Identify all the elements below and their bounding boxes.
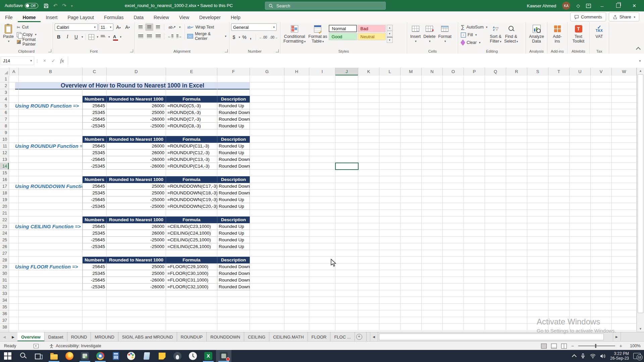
new-sheet-button[interactable]: +: [355, 332, 364, 342]
row-header-5[interactable]: 5: [0, 103, 9, 109]
taskbar-item-calculator[interactable]: [108, 350, 123, 362]
sheet-tab-rounddown[interactable]: ROUNDDOWN: [207, 332, 244, 342]
font-size-select[interactable]: 11▾: [99, 23, 113, 31]
insert-cells-button[interactable]: Insert ▾: [409, 23, 422, 48]
table-3-header-numbers[interactable]: Numbers: [83, 176, 107, 183]
clock[interactable]: 3:22 PM 26-Sep-23: [610, 351, 629, 361]
table-cell[interactable]: 25000: [107, 109, 166, 116]
table-cell[interactable]: 25345: [83, 109, 107, 116]
clipboard-dialog-launcher-icon[interactable]: [48, 49, 51, 52]
sheet-nav-right-icon[interactable]: ▶: [9, 332, 17, 342]
row-header-23[interactable]: 23: [0, 223, 9, 230]
row-header-28[interactable]: 28: [0, 257, 9, 263]
table-cell[interactable]: Rounded Up: [217, 123, 250, 129]
column-header-V[interactable]: V: [591, 68, 612, 75]
table-cell[interactable]: =ROUNDUP(C12,-3): [166, 149, 217, 156]
gallery-down-icon[interactable]: ▾: [387, 31, 393, 37]
gallery-up-icon[interactable]: ▴: [387, 25, 393, 31]
table-3-header-description[interactable]: Description: [217, 176, 250, 183]
tray-overflow-icon[interactable]: [572, 354, 577, 359]
align-right-button[interactable]: [154, 33, 162, 40]
taskbar-item-start[interactable]: [0, 350, 15, 362]
scroll-up-icon[interactable]: ▲: [637, 68, 644, 74]
row-header-36[interactable]: 36: [0, 310, 9, 317]
orientation-button[interactable]: ab↗: [166, 23, 178, 31]
row-header-10[interactable]: 10: [0, 136, 9, 143]
table-cell[interactable]: 25645: [83, 223, 107, 230]
ribbon-display-options-icon[interactable]: [586, 3, 591, 8]
increase-decimal-button[interactable]: ←.00: [259, 34, 268, 41]
table-cell[interactable]: =ROUNDDOWN(C20,-3): [166, 203, 217, 210]
table-cell[interactable]: Rounded Down: [217, 109, 250, 116]
row-header-33[interactable]: 33: [0, 290, 9, 297]
table-cell[interactable]: =ROUNDDOWN(C18,-3): [166, 190, 217, 196]
table-cell[interactable]: Rounded Up: [217, 203, 250, 210]
hscroll-left-icon[interactable]: ◀: [370, 332, 378, 342]
cell-style-bad[interactable]: Bad: [358, 25, 386, 32]
table-cell[interactable]: =FLOOR(C30,1000): [166, 270, 217, 277]
font-color-button[interactable]: A: [111, 33, 119, 41]
column-header-N[interactable]: N: [422, 68, 443, 75]
share-button[interactable]: Share ▾: [609, 12, 639, 21]
column-header-B[interactable]: B: [19, 68, 83, 75]
sheet-title[interactable]: Overview of How to Round to Nearest 1000…: [15, 82, 250, 89]
row-header-14[interactable]: 14: [0, 163, 9, 170]
speaker-icon[interactable]: [600, 354, 606, 359]
table-cell[interactable]: =ROUNDDOWN(C19,-3): [166, 196, 217, 203]
table-cell[interactable]: 26000: [107, 149, 166, 156]
taskbar-item-screenshot-tool[interactable]: [77, 350, 93, 362]
table-cell[interactable]: 26000: [107, 143, 166, 149]
taskbar-item-bird-app[interactable]: [170, 350, 185, 362]
fill-color-dropdown-icon[interactable]: ▾: [108, 35, 110, 39]
table-cell[interactable]: -25000: [107, 203, 166, 210]
enter-icon[interactable]: ✓: [49, 58, 58, 63]
row-header-11[interactable]: 11: [0, 143, 9, 149]
function-label-4[interactable]: Using CEILING Function =>: [15, 223, 82, 230]
row-header-3[interactable]: 3: [0, 89, 9, 96]
accessibility-status[interactable]: Accessibility: Investigate: [49, 344, 101, 348]
table-cell[interactable]: 25000: [107, 183, 166, 190]
minimize-button[interactable]: –: [597, 3, 607, 9]
table-cell[interactable]: 25000: [107, 190, 166, 196]
underline-dropdown-icon[interactable]: ▾: [82, 35, 83, 39]
increase-indent-button[interactable]: →: [175, 33, 183, 40]
column-header-F[interactable]: F: [217, 68, 250, 75]
zoom-level[interactable]: 100%: [627, 344, 641, 348]
table-cell[interactable]: =CEILING(C26,1000): [166, 243, 217, 250]
vertical-scrollbar[interactable]: ▲ ▼: [637, 68, 644, 332]
tab-file[interactable]: File: [0, 13, 18, 22]
align-left-button[interactable]: [137, 33, 145, 40]
table-cell[interactable]: -25345: [83, 203, 107, 210]
table-cell[interactable]: Rounded Up: [217, 230, 250, 237]
table-cell[interactable]: Rounded Down: [217, 156, 250, 163]
decrease-font-size-button[interactable]: A▾: [123, 23, 131, 31]
table-cell[interactable]: 26000: [107, 230, 166, 237]
column-header-R[interactable]: R: [506, 68, 527, 75]
row-header-16[interactable]: 16: [0, 176, 9, 183]
table-cell[interactable]: -26000: [107, 156, 166, 163]
table-cell[interactable]: =ROUNDUP(C14,-3): [166, 163, 217, 170]
table-2-header-rounded-to-nearest-1000[interactable]: Rounded to Nearest 1000: [107, 136, 166, 143]
font-color-dropdown-icon[interactable]: ▾: [120, 35, 122, 39]
table-cell[interactable]: 25645: [83, 263, 107, 270]
orientation-dropdown-icon[interactable]: ▾: [179, 25, 181, 29]
decrease-indent-button[interactable]: ←: [166, 33, 174, 40]
table-1-header-formula[interactable]: Formula: [166, 96, 217, 103]
increase-font-size-button[interactable]: A▴: [114, 23, 122, 31]
user-name[interactable]: Kawser Ahmed: [527, 3, 556, 8]
font-dialog-launcher-icon[interactable]: [130, 49, 133, 52]
bottom-align-button[interactable]: [154, 23, 162, 31]
table-1-header-rounded-to-nearest-1000[interactable]: Rounded to Nearest 1000: [107, 96, 166, 103]
zoom-slider-handle[interactable]: [595, 344, 596, 348]
taskbar-item-task-view[interactable]: [31, 350, 46, 362]
table-cell[interactable]: 25645: [83, 103, 107, 109]
row-header-34[interactable]: 34: [0, 297, 9, 304]
row-header-25[interactable]: 25: [0, 237, 9, 243]
cancel-icon[interactable]: ×: [40, 58, 49, 63]
table-cell[interactable]: =ROUNDUP(C11,-3): [166, 143, 217, 149]
table-4-header-rounded-to-nearest-1000[interactable]: Rounded to Nearest 1000: [107, 217, 166, 223]
taskbar-item-notepad[interactable]: [139, 350, 154, 362]
row-header-6[interactable]: 6: [0, 109, 9, 116]
percent-format-button[interactable]: %: [241, 34, 247, 41]
table-cell[interactable]: Rounded Up: [217, 149, 250, 156]
